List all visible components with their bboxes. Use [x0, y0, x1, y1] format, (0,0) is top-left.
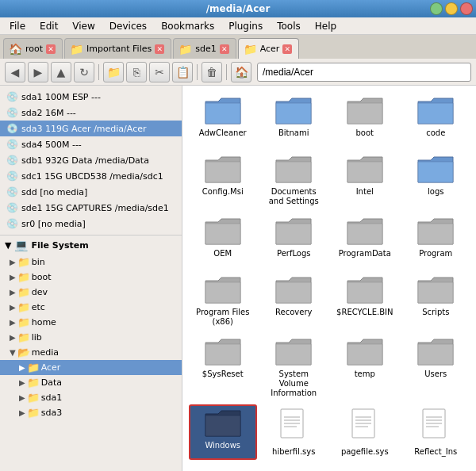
back-button[interactable]: ◀	[5, 62, 25, 82]
forward-button[interactable]: ▶	[28, 62, 48, 82]
tab-sde1-close[interactable]: ✕	[220, 44, 229, 54]
delete-button[interactable]: 🗑	[202, 62, 222, 82]
tab-acer-close[interactable]: ✕	[282, 44, 292, 54]
drive-sda4[interactable]: 💿 sda4 500M ---	[0, 136, 182, 152]
drive-sda1-icon: 💿	[6, 91, 18, 102]
drive-sda2[interactable]: 💿 sda2 16M ---	[0, 105, 182, 121]
file-code[interactable]: code	[402, 92, 470, 147]
drive-sr0-label: sr0 [no media]	[21, 219, 86, 229]
drive-sr0[interactable]: 💿 sr0 [no media]	[0, 216, 182, 232]
paste-button[interactable]: 📋	[172, 62, 193, 82]
tree-data[interactable]: ▶ 📁 Data	[0, 375, 182, 390]
file-windows[interactable]: Windows	[189, 404, 257, 460]
drive-sde1-icon: 💿	[6, 202, 18, 213]
tree-acer[interactable]: ▶ 📁 Acer	[0, 360, 182, 375]
tab-root-label: root	[25, 44, 43, 54]
tab-acer-icon: 📁	[244, 43, 257, 56]
menu-item-devices[interactable]: Devices	[103, 19, 153, 33]
drive-sde1[interactable]: 💿 sde1 15G CAPTURES /media/sde1	[0, 200, 182, 216]
menu-item-bookmarks[interactable]: Bookmarks	[155, 19, 221, 33]
tree-data-label: Data	[41, 377, 62, 388]
menu-item-plugins[interactable]: Plugins	[222, 19, 269, 33]
file-boot[interactable]: boot	[331, 92, 399, 147]
tree-data-arrow: ▶	[19, 378, 25, 387]
up-button[interactable]: ▲	[51, 62, 71, 82]
copy-button[interactable]: ⎘	[126, 62, 147, 82]
main-area: 💿 sda1 100M ESP --- 💿 sda2 16M --- 💿 sda…	[0, 86, 476, 471]
file-adwcleaner[interactable]: AdwCleaner	[189, 92, 257, 147]
tree-sda1[interactable]: ▶ 📁 sda1	[0, 390, 182, 405]
drive-sda3[interactable]: 💿 sda3 119G Acer /media/Acer	[0, 121, 182, 136]
menu-item-file[interactable]: File	[3, 19, 32, 33]
tree-lib-arrow: ▶	[10, 333, 16, 342]
tab-root-close[interactable]: ✕	[46, 44, 56, 54]
drive-sr0-icon: 💿	[6, 218, 18, 229]
home-button[interactable]: 🏠	[231, 62, 251, 82]
menu-item-edit[interactable]: Edit	[33, 19, 64, 33]
file-sysreset[interactable]: $SysReset	[189, 333, 257, 389]
tree-sda3-icon: 📁	[27, 407, 40, 419]
tree-scrollable[interactable]: ▶ 📁 bin ▶ 📁 boot ▶ 📁 dev ▶ 📁 etc	[0, 255, 182, 421]
file-configmsi[interactable]: Config.Msi	[189, 151, 257, 206]
tree-dev[interactable]: ▶ 📁 dev	[0, 285, 182, 300]
folder-code-icon	[416, 95, 455, 127]
tree-sda3-arrow: ▶	[19, 408, 25, 417]
tree-etc[interactable]: ▶ 📁 etc	[0, 300, 182, 315]
file-documents[interactable]: Documents and Settings	[260, 151, 328, 209]
tree-media[interactable]: ▼ 📂 media	[0, 345, 182, 360]
file-users[interactable]: Users	[402, 333, 470, 389]
cut-button[interactable]: ✂	[149, 62, 170, 82]
maximize-button[interactable]	[445, 2, 458, 15]
new-folder-button[interactable]: 📁	[103, 62, 124, 82]
file-systemvolume[interactable]: System Volume Information	[260, 333, 328, 401]
file-programdata[interactable]: ProgramData	[331, 213, 399, 268]
toolbar-sep3	[226, 64, 227, 80]
tree-home[interactable]: ▶ 📁 home	[0, 315, 182, 330]
file-hiberfil[interactable]: hiberfil.sys	[260, 404, 328, 460]
tree-dev-arrow: ▶	[10, 288, 16, 297]
file-programdata-label: ProgramData	[339, 249, 391, 258]
file-reflectins[interactable]: Reflect_Ins	[402, 404, 470, 460]
tab-root[interactable]: 🏠 root ✕	[3, 38, 63, 59]
file-oem[interactable]: OEM	[189, 213, 257, 268]
file-perflogs-label: PerfLogs	[277, 249, 311, 258]
drive-sda1[interactable]: 💿 sda1 100M ESP ---	[0, 89, 182, 105]
reload-button[interactable]: ↻	[74, 62, 94, 82]
file-documents-label: Documents and Settings	[263, 187, 325, 206]
tree-sda3[interactable]: ▶ 📁 sda3	[0, 405, 182, 420]
file-scripts[interactable]: Scripts	[402, 271, 470, 327]
location-bar[interactable]	[257, 63, 471, 82]
menu-item-help[interactable]: Help	[309, 19, 343, 33]
menu-item-view[interactable]: View	[66, 19, 101, 33]
tab-important-close[interactable]: ✕	[155, 44, 164, 54]
drive-sdc1[interactable]: 💿 sdc1 15G UBCD538 /media/sdc1	[0, 168, 182, 184]
file-recyclebin[interactable]: $RECYCLE.BIN	[331, 271, 399, 327]
folder-recovery-icon	[274, 274, 313, 306]
tab-sde1[interactable]: 📁 sde1 ✕	[173, 38, 236, 59]
tree-boot-arrow: ▶	[10, 273, 16, 281]
tree-filesystem-root[interactable]: ▼ 💻 File System	[0, 236, 182, 255]
menu-item-tools[interactable]: Tools	[271, 19, 307, 33]
file-program[interactable]: Program	[402, 213, 470, 268]
tree-boot[interactable]: ▶ 📁 boot	[0, 270, 182, 285]
tab-acer[interactable]: 📁 Acer ✕	[238, 38, 300, 59]
file-programfilesx86[interactable]: Program Files (x86)	[189, 271, 257, 330]
file-temp[interactable]: temp	[331, 333, 399, 389]
minimize-button[interactable]	[430, 2, 443, 15]
file-intel[interactable]: Intel	[331, 151, 399, 206]
file-recovery[interactable]: Recovery	[260, 271, 328, 327]
drive-sdb1[interactable]: 💿 sdb1 932G Data /media/Data	[0, 152, 182, 168]
tree-filesystem-icon: 💻	[14, 239, 28, 251]
tree-lib[interactable]: ▶ 📁 lib	[0, 330, 182, 345]
file-perflogs[interactable]: PerfLogs	[260, 213, 328, 268]
file-pagefile[interactable]: pagefile.sys	[331, 404, 399, 460]
folder-sysreset-icon	[204, 336, 242, 368]
tree-bin[interactable]: ▶ 📁 bin	[0, 255, 182, 270]
tab-important[interactable]: 📁 Important Files ✕	[64, 38, 171, 59]
file-temp-label: temp	[355, 370, 375, 379]
tree-bin-label: bin	[32, 257, 45, 267]
close-button[interactable]	[460, 2, 473, 15]
file-logs[interactable]: logs	[402, 151, 470, 206]
drive-sdd[interactable]: 💿 sdd [no media]	[0, 184, 182, 200]
file-bitnami[interactable]: Bitnami	[260, 92, 328, 147]
